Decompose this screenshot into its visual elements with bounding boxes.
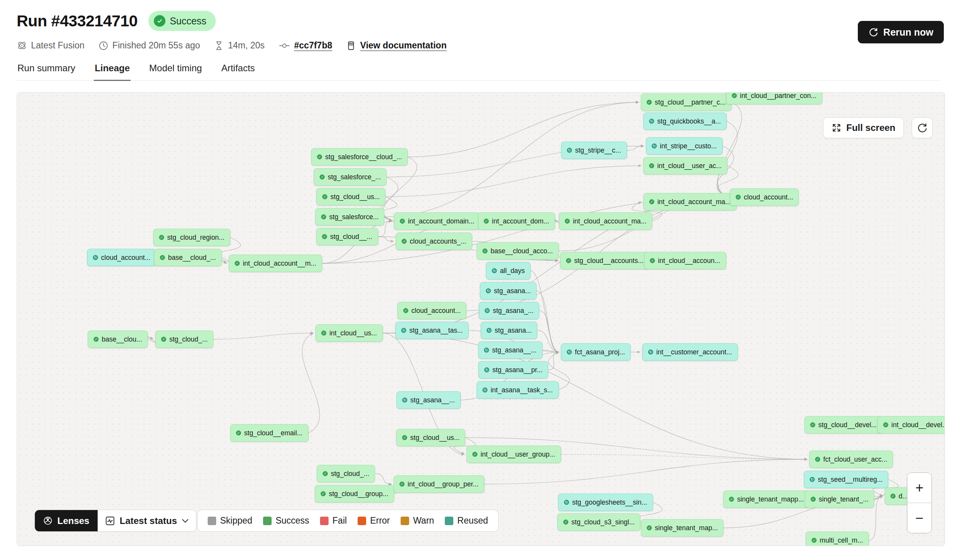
graph-node[interactable]: ↻stg_asana... — [480, 282, 537, 300]
graph-node[interactable]: ↻stg_stripe__c... — [561, 142, 627, 159]
lenses-bar: Lenses Latest status — [34, 510, 196, 532]
graph-node[interactable]: ✓int_cloud__partner_con... — [726, 92, 823, 105]
graph-node[interactable]: ↻cloud_account... — [87, 249, 156, 266]
success-status-icon: ✓ — [736, 195, 741, 200]
success-status-icon: ✓ — [160, 255, 165, 260]
rerun-now-button[interactable]: Rerun now — [858, 21, 944, 43]
graph-node[interactable]: ✓stg_salesforce... — [315, 208, 384, 226]
graph-node[interactable]: ↻stg_asana_... — [479, 302, 539, 320]
graph-node[interactable]: ✓base__clou... — [88, 331, 148, 348]
graph-node[interactable]: ↻all_days — [486, 262, 530, 280]
graph-node[interactable]: ↻int__customer_account... — [642, 344, 738, 361]
node-label: stg_asana__... — [492, 346, 537, 354]
graph-node[interactable]: ✓int_cloud__group_per... — [394, 476, 484, 493]
graph-node[interactable]: ✓int_cloud__devel... — [878, 416, 945, 434]
graph-node[interactable]: ✓cloud_account... — [398, 302, 466, 320]
graph-node[interactable]: ✓stg_salesforce_... — [314, 168, 387, 186]
success-status-icon: ✓ — [650, 258, 655, 263]
graph-node[interactable]: ✓stg_cloud_... — [317, 465, 375, 483]
graph-node[interactable]: ↻stg_quickbooks__a... — [643, 113, 726, 130]
graph-node[interactable]: ✓stg_cloud__... — [316, 228, 378, 246]
graph-node[interactable]: ✓single_tenant_... — [805, 491, 874, 508]
zoom-out-button[interactable]: − — [907, 503, 931, 533]
tab-artifacts[interactable]: Artifacts — [220, 60, 256, 81]
refresh-graph-button[interactable] — [912, 117, 933, 138]
lineage-canvas[interactable]: ✓stg_cloud__partner_c...↻stg_quickbooks_… — [17, 92, 945, 546]
node-label: cloud_accounts_... — [410, 237, 466, 246]
success-status-icon: ✓ — [403, 308, 408, 313]
graph-node[interactable]: ✓stg_cloud__email... — [230, 424, 308, 442]
graph-node[interactable]: ✓base__cloud_acco... — [477, 242, 559, 260]
node-label: stg_stripe__c... — [575, 146, 621, 155]
fullscreen-expand-icon — [831, 123, 842, 133]
graph-node[interactable]: ✓stg_cloud__us... — [317, 188, 386, 206]
graph-node[interactable]: ↻stg_seed__multireg... — [804, 471, 888, 488]
graph-node[interactable]: ↻stg_asana__tas... — [395, 322, 468, 339]
node-label: int_cloud__partner_con... — [740, 92, 817, 100]
graph-node[interactable]: ↻int_asana__task_s... — [477, 381, 559, 399]
graph-node[interactable]: ✓int_account_domain... — [394, 213, 480, 230]
graph-node[interactable]: ↻stg_asana__... — [478, 342, 542, 359]
graph-node[interactable]: ✓int_cloud__user_group... — [466, 446, 561, 463]
graph-node[interactable]: ✓int_cloud_account_ma... — [559, 213, 652, 230]
success-status-icon: ✓ — [482, 249, 487, 254]
view-documentation-link[interactable]: View documentation — [360, 40, 446, 51]
node-label: stg_salesforce__cloud_... — [325, 153, 402, 161]
success-status-icon: ✓ — [484, 219, 489, 224]
tab-model-timing[interactable]: Model timing — [148, 60, 203, 81]
tab-run-summary[interactable]: Run summary — [17, 60, 76, 81]
rerun-refresh-icon — [868, 27, 878, 37]
graph-node[interactable]: ✓stg_cloud__devel... — [804, 416, 883, 434]
graph-node[interactable]: ✓stg_cloud__us... — [396, 429, 465, 447]
graph-node[interactable]: ✓stg_cloud_... — [155, 331, 213, 348]
reused-status-icon: ↻ — [567, 350, 572, 355]
fusion-label: Latest Fusion — [31, 40, 84, 51]
success-status-icon: ✓ — [647, 100, 652, 105]
lineage-edge — [386, 166, 642, 197]
node-label: stg_cloud__email... — [244, 429, 303, 437]
graph-node[interactable]: ↻fct_asana_proj... — [561, 344, 631, 361]
graph-node[interactable]: ✓cloud_accounts_... — [396, 233, 472, 250]
graph-node[interactable]: ✓stg_cloud__group... — [315, 485, 394, 503]
graph-node[interactable]: ✓stg_cloud_region... — [153, 229, 231, 246]
graph-node[interactable]: ✓cloud_account... — [730, 189, 799, 206]
graph-node[interactable]: ✓stg_cloud_s3_singl... — [558, 514, 640, 531]
reused-status-icon: ↻ — [93, 255, 98, 260]
graph-node[interactable]: ↻stg_asana__pr... — [479, 361, 548, 379]
graph-node[interactable]: ✓stg_cloud__accounts... — [560, 252, 649, 270]
graph-node[interactable]: ✓multi_cell_m... — [806, 532, 869, 546]
legend-item-success: Success — [263, 515, 309, 526]
success-status-icon: ✓ — [810, 423, 815, 428]
graph-node[interactable]: ✓int_account_dom... — [478, 213, 555, 230]
graph-node[interactable]: ↻stg_asana... — [481, 322, 537, 339]
graph-node[interactable]: ✓base__cloud_... — [154, 249, 222, 266]
graph-node[interactable]: ✓int_cloud__user_ac... — [643, 157, 727, 175]
legend-label: Skipped — [220, 515, 252, 526]
success-status-icon: ✓ — [563, 520, 568, 525]
graph-node[interactable]: ✓stg_salesforce__cloud_... — [311, 148, 408, 166]
latest-status-dropdown[interactable]: Latest status — [98, 510, 196, 531]
graph-node[interactable]: ↻stg_googlesheets__sin... — [558, 494, 653, 511]
graph-node[interactable]: ✓fct_cloud_user_acc... — [809, 451, 893, 468]
graph-node[interactable]: ✓int_cloud__us... — [315, 325, 383, 342]
reused-status-icon: ↻ — [402, 398, 407, 403]
lenses-button[interactable]: Lenses — [35, 510, 98, 531]
tab-lineage[interactable]: Lineage — [94, 60, 131, 81]
node-label: single_tenant_mapp... — [737, 495, 804, 503]
graph-node[interactable]: ✓single_tenant_map... — [641, 519, 723, 537]
graph-node[interactable]: ↻stg_asana__... — [396, 392, 461, 409]
graph-node[interactable]: ✓int_cloud_account_ma... — [644, 193, 737, 211]
commit-link[interactable]: #cc7f7b8 — [294, 40, 332, 51]
legend-label: Success — [275, 515, 309, 526]
graph-node[interactable]: ✓int_cloud__accoun... — [644, 252, 726, 270]
fullscreen-button[interactable]: Full screen — [823, 117, 904, 138]
reused-status-icon: ↻ — [484, 348, 489, 353]
graph-node[interactable]: ✓int_cloud_account__m... — [229, 255, 322, 272]
node-label: int_cloud__devel... — [892, 421, 945, 429]
graph-node[interactable]: ✓single_tenant_mapp... — [723, 491, 809, 508]
graph-node[interactable]: ↻int_stripe__custo... — [646, 137, 723, 155]
node-label: stg_asana__pr... — [492, 366, 542, 374]
node-label: int_cloud__user_ac... — [657, 162, 721, 170]
zoom-in-button[interactable]: + — [907, 473, 931, 503]
graph-node[interactable]: ✓stg_cloud__partner_c... — [641, 94, 732, 111]
